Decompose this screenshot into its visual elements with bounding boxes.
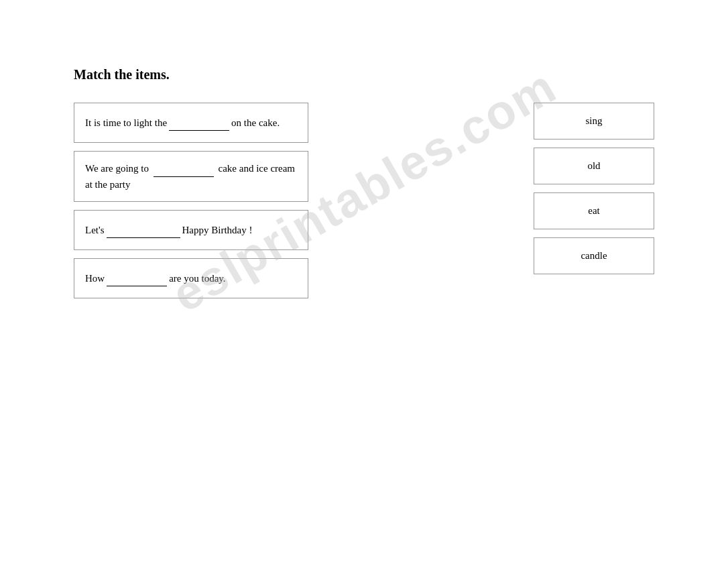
sentence-box-3: Let's Happy Birthday !	[74, 210, 308, 250]
sentence-box-4: How are you today.	[74, 258, 308, 298]
blank-1	[169, 115, 229, 131]
blank-4	[107, 270, 167, 286]
sentence-box-1: It is time to light the on the cake.	[74, 103, 308, 143]
sentence-2-text: We are going to cake and ice cream at th…	[85, 161, 297, 192]
blank-2	[154, 161, 214, 177]
answer-word-1: sing	[585, 115, 602, 127]
answer-word-4: candle	[581, 250, 607, 262]
answer-box-1: sing	[534, 103, 654, 139]
page-title: Match the items.	[74, 67, 654, 82]
sentence-box-2: We are going to cake and ice cream at th…	[74, 151, 308, 202]
sentence-3-after: Happy Birthday !	[182, 223, 253, 238]
answer-box-3: eat	[534, 192, 654, 229]
sentence-3-before: Let's	[85, 223, 105, 238]
answer-word-3: eat	[588, 205, 599, 217]
sentences-column: It is time to light the on the cake. We …	[74, 103, 308, 298]
sentence-1-before: It is time to light the	[85, 115, 167, 131]
sentence-4-after: are you today.	[169, 271, 225, 286]
answer-box-2: old	[534, 148, 654, 184]
answer-box-4: candle	[534, 237, 654, 274]
sentence-1-after: on the cake.	[231, 115, 280, 131]
sentence-4-before: How	[85, 271, 105, 286]
answer-word-2: old	[587, 160, 600, 172]
blank-3	[107, 222, 180, 238]
answers-column: sing old eat candle	[534, 103, 654, 274]
